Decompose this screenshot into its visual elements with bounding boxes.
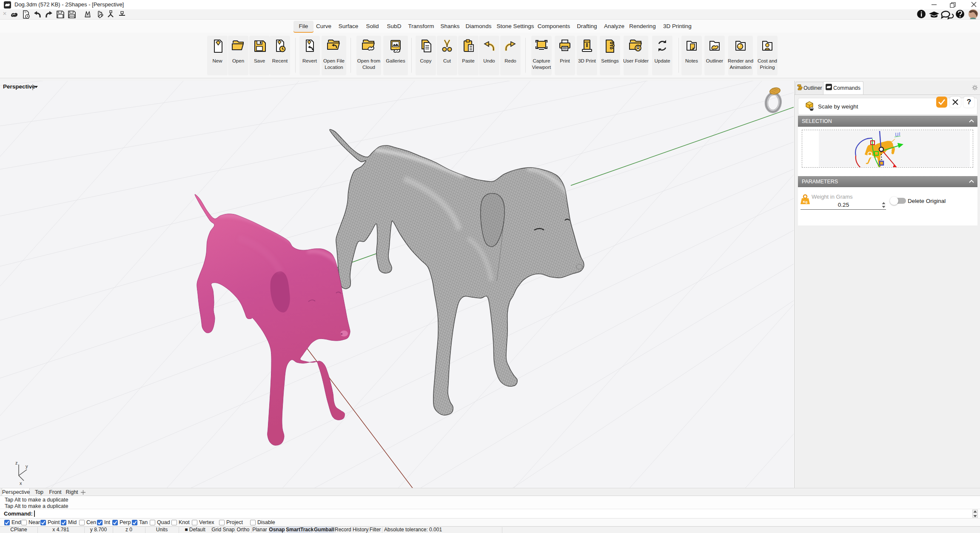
svg-text:x: x — [20, 481, 22, 486]
svg-text:z: z — [15, 460, 18, 465]
svg-text:y: y — [26, 464, 28, 469]
svg-text:Kg: Kg — [803, 200, 808, 204]
